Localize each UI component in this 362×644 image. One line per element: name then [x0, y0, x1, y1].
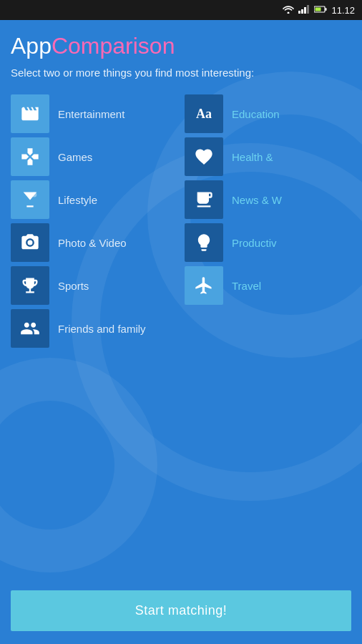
trophy-icon — [20, 275, 40, 296]
games-label: Games — [58, 151, 92, 163]
subtitle: Select two or more things you find most … — [11, 65, 351, 80]
svg-rect-1 — [298, 11, 300, 14]
categories-left: Entertainment Games L — [11, 94, 177, 348]
cat-item-news[interactable]: News & W — [185, 180, 351, 219]
sports-label: Sports — [58, 280, 89, 292]
cat-item-travel[interactable]: Travel — [185, 266, 351, 305]
productivity-label: Productiv — [232, 237, 277, 249]
news-label: News & W — [232, 194, 282, 206]
camera-icon — [20, 233, 40, 253]
svg-rect-3 — [304, 7, 306, 14]
cat-item-lifestyle[interactable]: Lifestyle — [11, 180, 177, 219]
heart-icon — [194, 147, 214, 167]
svg-point-9 — [28, 240, 33, 245]
travel-label: Travel — [232, 280, 261, 292]
sports-icon-box — [11, 266, 49, 305]
cat-item-entertainment[interactable]: Entertainment — [11, 94, 177, 133]
categories-grid: Entertainment Games L — [11, 94, 351, 348]
app-title-part2: Comparison — [52, 33, 175, 59]
cocktail-icon — [20, 190, 40, 210]
travel-icon-box — [185, 266, 223, 305]
wifi-icon — [283, 5, 294, 16]
photo-video-icon-box — [11, 223, 49, 262]
health-label: Health & — [232, 151, 273, 163]
lifestyle-icon-box — [11, 180, 49, 219]
svg-rect-2 — [301, 9, 303, 14]
news-icon — [194, 190, 214, 210]
cat-item-health[interactable]: Health & — [185, 137, 351, 176]
health-icon-box — [185, 137, 223, 176]
gamepad-icon — [20, 147, 40, 167]
news-icon-box — [185, 180, 223, 219]
main-content: AppComparison Select two or more things … — [0, 20, 362, 348]
categories-right: Aa Education Health & — [185, 94, 351, 348]
bulb-icon — [194, 233, 214, 253]
svg-point-8 — [31, 192, 36, 197]
entertainment-label: Entertainment — [58, 108, 124, 120]
signal-icon — [298, 5, 310, 16]
education-icon-box: Aa — [185, 94, 223, 133]
cat-item-games[interactable]: Games — [11, 137, 177, 176]
status-bar: 11.12 — [0, 0, 362, 20]
cat-item-friends-family[interactable]: Friends and family — [11, 309, 177, 348]
cat-item-sports[interactable]: Sports — [11, 266, 177, 305]
app-title-part1: App — [11, 33, 52, 59]
app-title: AppComparison — [11, 33, 351, 59]
film-icon — [20, 104, 40, 124]
photo-video-label: Photo & Video — [58, 237, 127, 249]
cat-item-education[interactable]: Aa Education — [185, 94, 351, 133]
plane-icon — [194, 275, 214, 296]
cat-item-productivity[interactable]: Productiv — [185, 223, 351, 262]
people-icon — [20, 318, 40, 338]
friends-family-label: Friends and family — [58, 323, 146, 335]
education-label: Education — [232, 108, 280, 120]
friends-family-icon-box — [11, 309, 49, 348]
start-matching-button[interactable]: Start matching! — [11, 590, 351, 631]
svg-rect-4 — [307, 5, 309, 14]
time-display: 11.12 — [331, 5, 355, 16]
svg-point-0 — [288, 11, 290, 14]
productivity-icon-box — [185, 223, 223, 262]
svg-rect-7 — [326, 8, 327, 11]
games-icon-box — [11, 137, 49, 176]
lifestyle-label: Lifestyle — [58, 194, 97, 206]
bottom-button-container: Start matching! — [0, 582, 362, 644]
svg-rect-6 — [315, 7, 321, 11]
battery-icon — [314, 5, 327, 16]
entertainment-icon-box — [11, 94, 49, 133]
cat-item-photo-video[interactable]: Photo & Video — [11, 223, 177, 262]
